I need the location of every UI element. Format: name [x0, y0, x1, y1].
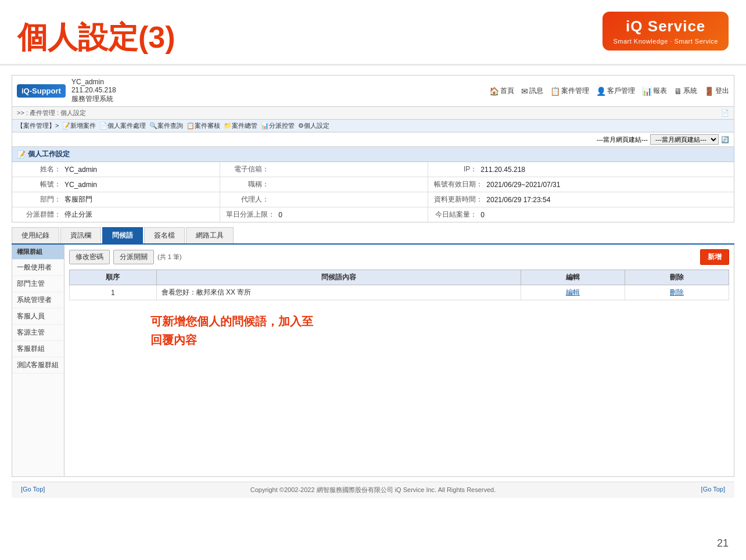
nav-customer[interactable]: 👤 客戶管理	[596, 86, 635, 96]
secondary-nav-search[interactable]: 🔍案件查詢	[149, 121, 183, 130]
email-label: 電子信箱：	[226, 164, 272, 174]
case-icon: 📋	[550, 87, 560, 96]
username-display: YC_admin	[71, 78, 116, 86]
copyright-text: Copyright ©2002-2022 網智服務國際股份有限公司 iQ Ser…	[250, 486, 496, 494]
row-order: 1	[70, 285, 157, 300]
dept-label: 部門：	[18, 195, 64, 204]
slide-title: 個人設定(3)	[17, 17, 175, 58]
logo-box: iQ Service Smart Knowledge · Smart Servi…	[602, 12, 729, 51]
month-select[interactable]: ---當月網頁建結---	[650, 134, 719, 145]
system-label: 服務管理系統	[71, 94, 116, 104]
right-panel: 修改密碼 分派開關 (共 1 筆) 新增 順序 問候語內容 編輯 刪除	[64, 245, 734, 476]
info-email: 電子信箱：	[220, 162, 428, 177]
nav-report-label: 報表	[653, 86, 667, 96]
group-test-group[interactable]: 測試客服群組	[12, 357, 64, 374]
delete-link[interactable]: 刪除	[670, 288, 684, 296]
logo-title: iQ Service	[626, 17, 705, 35]
col-order: 順序	[70, 270, 157, 285]
nav-logout[interactable]: 🚪 登出	[704, 86, 729, 96]
secondary-nav: 【案件管理】> 📝新增案件 📄個人案件處理 🔍案件查詢 📋案件審核 📁案件總管 …	[12, 120, 734, 132]
annotation-line1: 可新增您個人的問候語，加入至	[150, 312, 729, 331]
new-greeting-button[interactable]: 新增	[700, 249, 729, 265]
dept-value: 客服部門	[64, 195, 214, 204]
row-delete-cell: 刪除	[625, 285, 729, 300]
ip-label: IP：	[434, 164, 480, 174]
group-general-user[interactable]: 一般使用者	[12, 260, 64, 276]
nav-customer-label: 客戶管理	[607, 86, 635, 96]
message-icon: ✉	[521, 87, 528, 96]
group-customer-service[interactable]: 客服人員	[12, 308, 64, 325]
group-customer-manager[interactable]: 客源主管	[12, 325, 64, 341]
info-ip: IP： 211.20.45.218	[428, 162, 734, 177]
nav-right: 🏠 首頁 ✉ 訊息 📋 案件管理 👤 客戶管理 📊 報表 🖥 系統	[489, 86, 729, 96]
update-value: 2021/06/29 17:23:54	[486, 196, 728, 204]
report-icon: 📊	[642, 87, 652, 96]
go-top-left[interactable]: [Go Top]	[21, 486, 45, 494]
nav-report[interactable]: 📊 報表	[642, 86, 667, 96]
tab-info[interactable]: 資訊欄	[60, 227, 101, 243]
section-icon: 📝	[17, 150, 26, 159]
account-value: YC_admin	[64, 181, 214, 189]
user-info: YC_admin 211.20.45.218 服務管理系統	[71, 78, 116, 104]
title-label: 職稱：	[226, 180, 272, 189]
nav-case-mgmt[interactable]: 📋 案件管理	[550, 86, 589, 96]
annotation-text: 可新增您個人的問候語，加入至 回覆內容	[150, 312, 729, 349]
secondary-nav-new-case[interactable]: 📝新增案件	[62, 121, 96, 130]
nav-message[interactable]: ✉ 訊息	[521, 86, 543, 96]
sidebar-groups: 權限群組 一般使用者 部門主管 系統管理者 客服人員 客源主管 客服群組 測試客…	[12, 245, 64, 476]
main-content: iQ-Support YC_admin 211.20.45.218 服務管理系統…	[0, 66, 746, 507]
group-sys-admin[interactable]: 系統管理者	[12, 292, 64, 308]
group-dept-manager[interactable]: 部門主管	[12, 276, 64, 292]
expire-value: 2021/06/29~2021/07/31	[486, 181, 728, 189]
secondary-nav-personal[interactable]: 📄個人案件處理	[99, 121, 146, 130]
tab-greeting[interactable]: 問候語	[102, 227, 143, 243]
daily-limit-value: 0	[278, 211, 422, 219]
logo-subtitle: Smart Knowledge · Smart Service	[613, 38, 718, 45]
info-expire: 帳號有效日期： 2021/06/29~2021/07/31	[428, 177, 734, 192]
tab-signature[interactable]: 簽名檔	[144, 227, 185, 243]
dispatch-label: 分派群體：	[18, 210, 64, 220]
action-bar: 修改密碼 分派開關 (共 1 筆) 新增	[69, 249, 729, 265]
info-proxy: 代理人：	[220, 192, 428, 207]
user-info-grid: 姓名： YC_admin 電子信箱： IP： 211.20.45.218 帳號：…	[12, 162, 734, 222]
section-title: 📝 個人工作設定	[12, 147, 734, 162]
secondary-nav-total[interactable]: 📁案件總管	[224, 121, 257, 130]
tab-network[interactable]: 網路工具	[186, 227, 234, 243]
dispatch-value: 停止分派	[64, 210, 214, 220]
info-row-2: 帳號： YC_admin 職稱： 帳號有效日期： 2021/06/29~2021…	[12, 177, 734, 192]
info-today: 今日結案量： 0	[428, 207, 734, 222]
logout-icon: 🚪	[704, 87, 714, 96]
dispatch-toggle-button[interactable]: 分派開關	[113, 250, 154, 264]
nav-case-label: 案件管理	[561, 86, 589, 96]
page-number: 21	[717, 537, 729, 550]
ip-value: 211.20.45.218	[480, 166, 728, 174]
edit-link[interactable]: 編輯	[566, 288, 580, 296]
ip-display: 211.20.45.218	[71, 86, 116, 94]
nav-logout-label: 登出	[715, 86, 729, 96]
nav-home-label: 首頁	[500, 86, 514, 96]
count-text: (共 1 筆)	[157, 253, 182, 261]
month-filter-bar: ---當月網頁建結--- ---當月網頁建結--- 🔄	[12, 132, 734, 147]
row-content: 會看您好：敝邦來信 XX 寄所	[156, 285, 521, 300]
proxy-label: 代理人：	[226, 195, 272, 204]
secondary-nav-settings[interactable]: ⚙個人設定	[298, 121, 329, 130]
expire-label: 帳號有效日期：	[434, 180, 486, 189]
nav-home[interactable]: 🏠 首頁	[489, 86, 514, 96]
secondary-nav-dispatch[interactable]: 📊分派控管	[261, 121, 295, 130]
nav-bar: iQ-Support YC_admin 211.20.45.218 服務管理系統…	[12, 75, 734, 107]
breadcrumb-path: >> : 產件管理 : 個人設定	[17, 109, 86, 117]
change-password-button[interactable]: 修改密碼	[69, 250, 110, 264]
nav-system[interactable]: 🖥 系統	[674, 86, 697, 96]
home-icon: 🏠	[489, 87, 499, 96]
group-header: 權限群組	[12, 245, 64, 260]
breadcrumb-bar: >> : 產件管理 : 個人設定 📄	[12, 107, 734, 120]
secondary-nav-review[interactable]: 📋案件審核	[186, 121, 220, 130]
go-top-right[interactable]: [Go Top]	[701, 486, 725, 494]
refresh-icon[interactable]: 🔄	[721, 136, 729, 143]
info-daily-limit: 單日分派上限： 0	[220, 207, 428, 222]
logo-q: Q	[630, 17, 643, 35]
info-dept: 部門： 客服部門	[12, 192, 220, 207]
footer: [Go Top] Copyright ©2002-2022 網智服務國際股份有限…	[12, 482, 734, 498]
group-customer-group[interactable]: 客服群組	[12, 341, 64, 357]
tab-usage[interactable]: 使用紀錄	[12, 227, 59, 243]
